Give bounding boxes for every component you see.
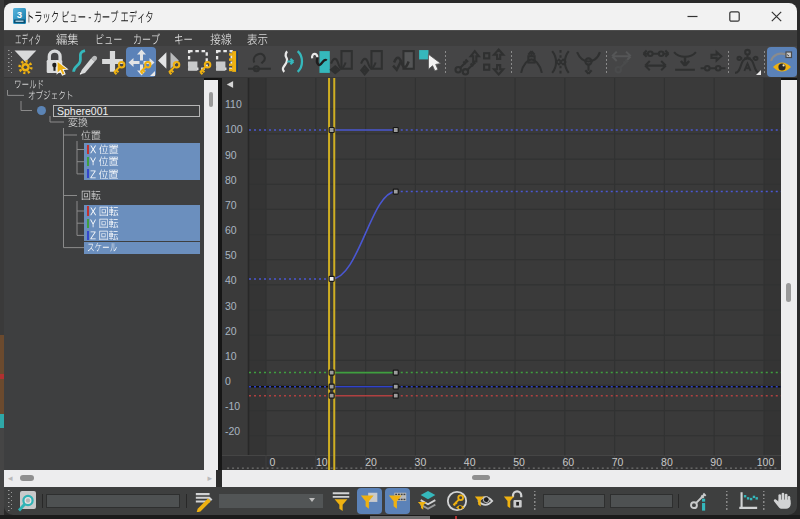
randomize-keys-button[interactable] [481, 48, 509, 76]
key[interactable] [393, 370, 398, 375]
show-keyable-icons-button[interactable] [444, 489, 469, 513]
tree-hscroll-thumb[interactable] [20, 475, 34, 481]
tree-item-Z 位置[interactable] [90, 167, 119, 180]
offset-keys-icon [453, 48, 481, 76]
jp-text [28, 90, 73, 101]
select-tool-icon [416, 48, 444, 76]
align-keys-button[interactable] [699, 48, 727, 76]
slow-tangent-button[interactable] [575, 48, 603, 76]
menu-カーブ[interactable] [133, 32, 160, 46]
space-keys-button[interactable] [642, 48, 670, 76]
tree-item-位置[interactable] [81, 129, 101, 142]
key-value-field[interactable] [610, 494, 673, 508]
add-keys-button[interactable] [99, 48, 127, 76]
simplify-curve-button[interactable] [278, 48, 306, 76]
flip-tangent-button[interactable] [547, 48, 575, 76]
scroll-right-arrow-icon[interactable]: ▸ [207, 474, 212, 483]
ruler-tick [769, 467, 771, 469]
edit-track-set-button[interactable] [193, 489, 216, 513]
scroll-left-arrow-icon[interactable]: ◂ [8, 474, 13, 483]
tree-item-X 位置[interactable] [90, 143, 119, 156]
menu-接線[interactable] [210, 32, 232, 46]
ruler-tick [380, 467, 382, 469]
graph-vertical-scrollbar[interactable] [781, 78, 797, 470]
key-time-field[interactable] [543, 494, 605, 508]
jp-text [56, 33, 79, 46]
menu-エディタ[interactable] [15, 32, 41, 46]
time-cursor-line[interactable] [333, 78, 335, 470]
filter-selected-tracks-button[interactable] [329, 489, 352, 513]
tree-item-スケール[interactable] [87, 241, 117, 254]
scale-values-button[interactable] [214, 48, 242, 76]
retime-tool-button[interactable] [246, 48, 274, 76]
tree-item-X 回転[interactable] [90, 205, 119, 218]
tree-vertical-scrollbar[interactable] [204, 78, 218, 470]
time-cursor-line[interactable] [328, 78, 330, 470]
ease-tangent-button[interactable] [518, 48, 546, 76]
draw-curves-button[interactable] [71, 48, 99, 76]
lock-selection-button[interactable] [41, 48, 69, 76]
key[interactable] [329, 370, 334, 375]
track-name-field[interactable] [46, 494, 180, 508]
toolbar-grip[interactable] [8, 50, 12, 74]
isolate-curve-icon [769, 49, 796, 76]
key[interactable] [393, 384, 398, 389]
menu-ビュー[interactable] [95, 32, 122, 46]
menu-キー[interactable] [174, 32, 193, 46]
key[interactable] [329, 384, 334, 389]
tree-item-Y 位置[interactable] [90, 155, 119, 168]
menu-編集[interactable] [56, 32, 79, 46]
key-stats-button[interactable] [686, 489, 712, 513]
ruler-tick [553, 467, 555, 469]
tree-vscroll-thumb[interactable] [209, 92, 214, 107]
flatten-keys-button[interactable] [671, 48, 699, 76]
offset-keys-button[interactable] [453, 48, 481, 76]
tree-item-Z 回転[interactable] [90, 229, 119, 242]
tree-item-回転[interactable] [81, 189, 101, 202]
bottombar-separator [42, 494, 43, 508]
key[interactable] [393, 128, 398, 133]
ruler-tick [227, 467, 229, 469]
key[interactable] [329, 128, 334, 133]
select-tool-button[interactable] [416, 48, 444, 76]
move-keys-button[interactable] [126, 47, 156, 77]
soft-selection-button[interactable] [734, 48, 762, 76]
bottombar-grip[interactable] [8, 490, 12, 512]
isolate-curve-button[interactable] [767, 47, 797, 77]
graph-hscroll-thumb[interactable] [472, 475, 490, 480]
maximize-button[interactable] [713, 3, 755, 30]
commit-changes-button[interactable] [391, 48, 419, 76]
spline-layers-button[interactable] [416, 489, 440, 513]
graph-horizontal-scrollbar[interactable] [222, 470, 797, 487]
key[interactable] [329, 393, 334, 398]
key-selected[interactable] [329, 276, 334, 281]
key[interactable] [393, 393, 398, 398]
track-set-dropdown[interactable] [219, 494, 323, 508]
draft-mode-button[interactable] [735, 489, 761, 513]
menu-表示[interactable] [247, 32, 268, 46]
scale-keys-button[interactable] [186, 48, 214, 76]
filter-selected-keys-button[interactable] [357, 488, 382, 514]
close-button[interactable] [755, 3, 797, 30]
pan-button[interactable] [771, 489, 795, 513]
curve-graph-area[interactable]: 1101009080706050403020100-10-20010203040… [222, 78, 781, 470]
scale-keys-icon [186, 48, 214, 76]
show-frozen-keys-button[interactable] [472, 489, 496, 513]
retime-keys-button[interactable] [610, 48, 638, 76]
key[interactable] [393, 189, 398, 194]
filter-keys-button[interactable] [13, 48, 41, 76]
show-selected-key-stats-button[interactable] [329, 48, 357, 76]
tree-item-Y 回転[interactable] [90, 217, 119, 230]
lock-tangents-button[interactable] [500, 489, 525, 513]
tree-item-オブジェクト[interactable] [28, 89, 73, 102]
slide-keys-button[interactable] [156, 48, 184, 76]
filter-animated-tracks-button[interactable] [385, 488, 410, 514]
tree-horizontal-scrollbar[interactable]: ◂ ▸ [4, 470, 216, 487]
value-label: -20 [225, 425, 240, 437]
graph-vscroll-thumb[interactable] [786, 283, 791, 302]
close-icon [771, 11, 782, 22]
scale-selected-keys-button[interactable] [359, 48, 387, 76]
tree-item-変換[interactable] [68, 116, 88, 129]
minimize-button[interactable] [671, 3, 713, 30]
retime-keys-icon [610, 48, 638, 76]
